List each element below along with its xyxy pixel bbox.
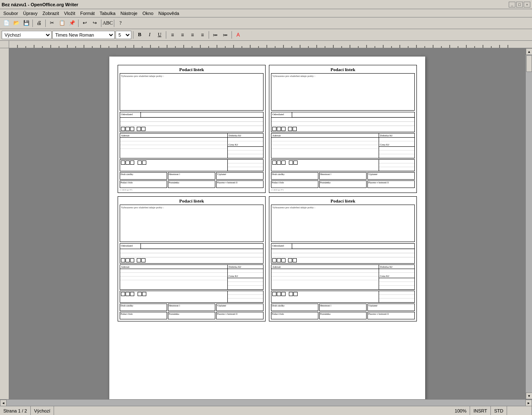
scroll-up-button[interactable]: ▲ bbox=[526, 48, 532, 55]
menu-vlozit[interactable]: Vložit bbox=[62, 10, 78, 17]
reserved-section-4: Vyhrazeno pro služební údaje pošty : bbox=[271, 205, 415, 242]
addr-dobrika-1: Adresát Dobírka Kč Cena Kč bbox=[120, 133, 264, 158]
minimize-button[interactable]: _ bbox=[509, 2, 515, 7]
zip-row-1 bbox=[120, 126, 263, 132]
list-unordered-button[interactable]: ≔ bbox=[211, 30, 220, 40]
style-info: Výchozí bbox=[31, 406, 54, 415]
addr-dobrika-3: Adresát Dobírka Kč Cena Kč bbox=[120, 264, 264, 290]
maximize-button[interactable]: □ bbox=[516, 2, 523, 7]
scroll-thumb[interactable] bbox=[526, 55, 532, 72]
scroll-right-button[interactable]: ► bbox=[525, 400, 532, 406]
toolbar-sep-3 bbox=[78, 20, 79, 27]
document-area[interactable]: Podací lístek Vyhrazeno pro služební úda… bbox=[9, 48, 525, 399]
ruler-svg bbox=[9, 41, 532, 48]
style-dropdown[interactable]: Výchozí bbox=[2, 31, 52, 39]
hscroll-track[interactable] bbox=[7, 400, 525, 406]
save-button[interactable]: 💾 bbox=[22, 19, 31, 28]
footer-row-3: Podací číslo Poznámka Placeno v hotnosti… bbox=[120, 312, 264, 319]
zip-row-3 bbox=[120, 257, 263, 263]
toolbar-sep-2 bbox=[45, 20, 46, 27]
menu-zobrazit[interactable]: Zobrazit bbox=[40, 10, 62, 17]
cena-lines-1 bbox=[228, 160, 263, 171]
spellcheck-button[interactable]: ABC bbox=[103, 19, 112, 28]
toolbar-sep-5 bbox=[114, 20, 114, 27]
sender-row-1: Odesílatel bbox=[120, 112, 263, 118]
zip-box-3 bbox=[130, 127, 134, 131]
druh-cell-1: Druh zásilky bbox=[120, 172, 167, 180]
scroll-track[interactable] bbox=[526, 55, 532, 393]
bold-button[interactable]: B bbox=[135, 30, 144, 40]
open-button[interactable]: 📂 bbox=[12, 19, 21, 28]
reserved-section-3: Vyhrazeno pro služební údaje pošty : bbox=[120, 205, 264, 242]
status-bar: Strana 1 / 2 Výchozí 100% INSRT STD bbox=[0, 406, 532, 415]
scroll-down-button[interactable]: ▼ bbox=[526, 393, 532, 399]
std-mode: STD bbox=[491, 406, 507, 415]
sender-section-4: Odesílatel bbox=[271, 243, 415, 264]
help-button[interactable]: ? bbox=[116, 19, 125, 28]
sender-section-1: Odesílatel bbox=[120, 112, 264, 132]
form-title-3: Podací lístek bbox=[120, 198, 264, 203]
size-dropdown[interactable]: 5 bbox=[116, 31, 131, 39]
menu-okno[interactable]: Okno bbox=[140, 10, 156, 17]
dobrika-header-1: Dobírka Kč bbox=[228, 133, 263, 138]
sender-row-3: Odesílatel bbox=[120, 244, 263, 249]
vyplatne-cell-1: Výplatné bbox=[216, 172, 264, 180]
addr-zip-section-4 bbox=[271, 291, 415, 303]
print-button[interactable]: 🖨 bbox=[34, 19, 44, 28]
bottom-row-1: Druh zásilky Hmotnost l Výplatné bbox=[120, 172, 264, 180]
addr-dobrika-4: Adresát Dobírka Kč Cena Kč bbox=[271, 264, 415, 290]
form-title-4: Podací lístek bbox=[271, 198, 415, 203]
status-extra bbox=[507, 406, 532, 415]
sender-label-3: Odesílatel bbox=[120, 244, 141, 249]
reserved-label-1: Vyhrazeno pro služební údaje pošty : bbox=[121, 74, 262, 78]
svg-rect-0 bbox=[9, 41, 532, 48]
zip-row-2 bbox=[271, 126, 414, 132]
new-button[interactable]: 📄 bbox=[2, 19, 11, 28]
placeno-cell-1: Placeno v hotnosti ll bbox=[216, 180, 264, 188]
close-button[interactable]: × bbox=[524, 2, 530, 7]
cut-button[interactable]: ✂ bbox=[47, 19, 57, 28]
font-color-button[interactable]: A bbox=[234, 30, 243, 40]
page-info: Strana 1 / 2 bbox=[0, 406, 31, 415]
list-ordered-button[interactable]: ≔ bbox=[221, 30, 230, 40]
italic-button[interactable]: I bbox=[145, 30, 154, 40]
form-number-1: (1 4424 (p) 97) bbox=[120, 189, 264, 191]
zip-box-2 bbox=[126, 127, 130, 131]
zip-sep-1 bbox=[135, 127, 136, 131]
ruler-area bbox=[0, 41, 532, 48]
menu-nastroje[interactable]: Nástroje bbox=[118, 10, 140, 17]
menu-format[interactable]: Formát bbox=[78, 10, 97, 17]
undo-button[interactable]: ↩ bbox=[80, 19, 89, 28]
menu-upravy[interactable]: Úpravy bbox=[20, 10, 40, 17]
bottom-row-4: Druh zásilky Hmotnost l Výplatné bbox=[271, 304, 415, 311]
insert-mode: INSRT bbox=[470, 406, 491, 415]
addr-dobrika-2: Adresát Dobírka Kč Cena Kč bbox=[271, 133, 415, 158]
align-left-button[interactable]: ≡ bbox=[168, 30, 177, 40]
align-right-button[interactable]: ≡ bbox=[188, 30, 197, 40]
scrollbar-vertical[interactable]: ▲ ▼ bbox=[525, 48, 532, 399]
menu-napoveda[interactable]: Nápověda bbox=[156, 10, 182, 17]
font-dropdown[interactable]: Times New Roman bbox=[52, 31, 115, 39]
menu-soubor[interactable]: Soubor bbox=[1, 10, 20, 17]
zip-box-1 bbox=[121, 127, 125, 131]
sender-row-2: Odesílatel bbox=[271, 112, 414, 118]
podaci-cell-1: Podací číslo bbox=[120, 180, 167, 188]
redo-button[interactable]: ↪ bbox=[90, 19, 99, 28]
title-bar: Bez názvu1 - OpenOffice.org Writer _ □ × bbox=[0, 0, 532, 9]
postal-form-3: Podací lístek Vyhrazeno pro služební úda… bbox=[118, 196, 266, 321]
underline-button[interactable]: U bbox=[155, 30, 164, 40]
format-bar: Výchozí Times New Roman 5 B I U ≡ ≡ ≡ ≡ … bbox=[0, 29, 532, 41]
align-justify-button[interactable]: ≡ bbox=[198, 30, 207, 40]
reserved-section-2: Vyhrazeno pro služební údaje pošty : bbox=[271, 73, 415, 111]
ruler-horizontal bbox=[9, 41, 532, 48]
ruler-corner bbox=[0, 41, 9, 48]
paste-button[interactable]: 📌 bbox=[67, 19, 76, 28]
menu-tabulka[interactable]: Tabulka bbox=[97, 10, 118, 17]
scroll-left-button[interactable]: ◄ bbox=[0, 400, 7, 406]
copy-button[interactable]: 📋 bbox=[57, 19, 66, 28]
menu-bar: Soubor Úpravy Zobrazit Vložit Formát Tab… bbox=[0, 9, 532, 17]
align-center-button[interactable]: ≡ bbox=[178, 30, 187, 40]
scrollbar-horizontal[interactable]: ◄ ► bbox=[0, 399, 532, 406]
ruler-v-svg bbox=[0, 48, 9, 399]
footer-row-4: Podací číslo Poznámka Placeno v hotnosti… bbox=[271, 312, 415, 319]
